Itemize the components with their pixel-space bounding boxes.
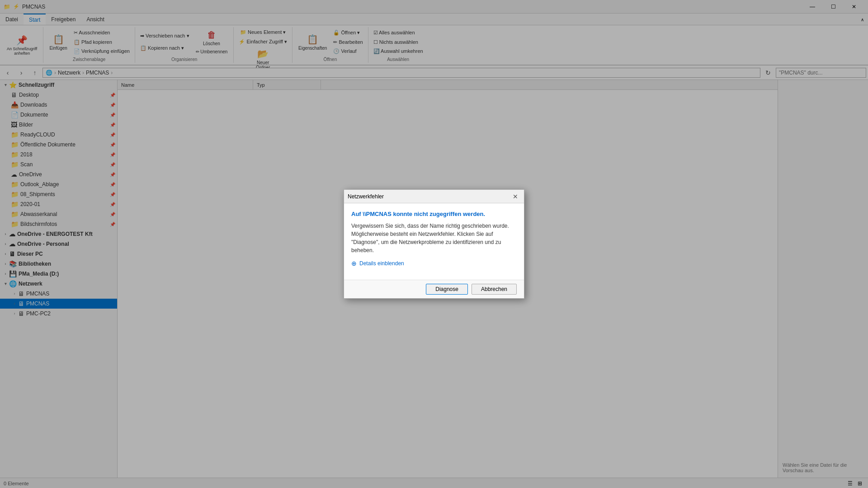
modal-diagnose-button[interactable]: Diagnose xyxy=(426,284,468,295)
modal-details-label: Details einblenden xyxy=(359,260,404,267)
modal-error-title: Auf \\PMCNAS konnte nicht zugegriffen we… xyxy=(351,211,517,217)
modal-close-button[interactable]: ✕ xyxy=(510,192,520,202)
modal-cancel-button[interactable]: Abbrechen xyxy=(472,284,517,295)
modal-dialog: Netzwerkfehler ✕ Auf \\PMCNAS konnte nic… xyxy=(344,189,524,299)
details-chevron-icon: ⊕ xyxy=(351,260,357,267)
modal-overlay: Netzwerkfehler ✕ Auf \\PMCNAS konnte nic… xyxy=(0,0,868,488)
modal-buttons: Diagnose Abbrechen xyxy=(344,280,524,298)
modal-details-row[interactable]: ⊕ Details einblenden xyxy=(351,260,517,267)
modal-body-text: Vergewissern Sie sich, dass der Name ric… xyxy=(351,222,517,254)
modal-body: Auf \\PMCNAS konnte nicht zugegriffen we… xyxy=(344,203,524,280)
modal-title-text: Netzwerkfehler xyxy=(348,193,384,200)
modal-title-bar: Netzwerkfehler ✕ xyxy=(344,190,524,203)
